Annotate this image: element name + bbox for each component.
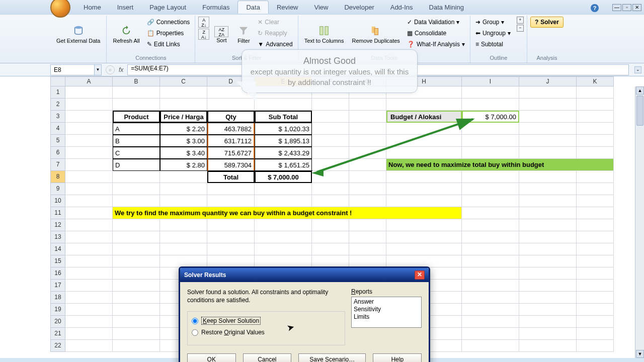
cell[interactable] bbox=[65, 171, 113, 183]
cell[interactable] bbox=[349, 195, 386, 207]
cell[interactable] bbox=[349, 159, 386, 171]
cell[interactable] bbox=[577, 328, 614, 340]
properties-button[interactable]: 📋Properties bbox=[145, 28, 192, 39]
cell[interactable] bbox=[462, 171, 519, 183]
cell[interactable] bbox=[577, 195, 614, 207]
cell[interactable] bbox=[255, 183, 312, 195]
sort-asc-button[interactable]: AZ↓ bbox=[198, 17, 209, 28]
cell[interactable] bbox=[113, 255, 160, 267]
cell[interactable] bbox=[386, 171, 462, 183]
cell[interactable] bbox=[349, 147, 386, 159]
cell[interactable] bbox=[312, 183, 349, 195]
column-header-K[interactable]: K bbox=[577, 76, 614, 86]
cell[interactable] bbox=[577, 292, 614, 304]
cell[interactable] bbox=[207, 243, 255, 255]
cell[interactable] bbox=[349, 243, 386, 255]
cell[interactable] bbox=[349, 111, 386, 123]
note-green[interactable]: Now, we need to maximize total buy withi… bbox=[386, 159, 614, 171]
report-option[interactable]: Answer bbox=[354, 298, 419, 306]
cell[interactable] bbox=[519, 86, 577, 99]
cell[interactable] bbox=[386, 99, 462, 111]
cell[interactable] bbox=[65, 267, 113, 280]
sort-button[interactable]: AZZA Sort bbox=[211, 17, 231, 53]
scrollbar-thumb[interactable] bbox=[636, 96, 643, 126]
cell[interactable] bbox=[113, 340, 160, 352]
cell[interactable] bbox=[519, 316, 577, 328]
table-cell[interactable]: $ 2.80 bbox=[160, 159, 207, 171]
cell[interactable] bbox=[519, 207, 577, 219]
cancel-button[interactable]: Cancel bbox=[243, 353, 292, 362]
cell[interactable] bbox=[462, 86, 519, 99]
cell[interactable] bbox=[349, 171, 386, 183]
table-cell[interactable]: $ 1,895.13 bbox=[255, 135, 312, 147]
total-label[interactable]: Total bbox=[207, 171, 255, 183]
cancel-formula-button[interactable]: ○ bbox=[106, 65, 115, 74]
cell[interactable] bbox=[462, 280, 519, 292]
ungroup-button[interactable]: ⬅Ungroup ▾ bbox=[473, 28, 513, 39]
cell[interactable] bbox=[312, 219, 349, 231]
cell[interactable] bbox=[462, 255, 519, 267]
cell[interactable] bbox=[462, 147, 519, 159]
cell[interactable] bbox=[519, 147, 577, 159]
cell[interactable] bbox=[462, 123, 519, 135]
cell[interactable] bbox=[577, 147, 614, 159]
expand-formula-button[interactable]: ⌄ bbox=[634, 66, 641, 73]
report-option[interactable]: Limits bbox=[354, 313, 419, 321]
row-header-22[interactable]: 22 bbox=[50, 340, 65, 352]
cell[interactable] bbox=[255, 231, 312, 243]
cell[interactable] bbox=[462, 195, 519, 207]
cell[interactable] bbox=[113, 292, 160, 304]
cell[interactable] bbox=[519, 123, 577, 135]
hide-detail-button[interactable]: − bbox=[517, 25, 524, 32]
cell[interactable] bbox=[160, 99, 207, 111]
cell[interactable] bbox=[113, 219, 160, 231]
help-icon[interactable]: ? bbox=[591, 4, 599, 12]
cell[interactable] bbox=[312, 123, 349, 135]
row-header-5[interactable]: 5 bbox=[50, 135, 65, 147]
row-header-14[interactable]: 14 bbox=[50, 243, 65, 255]
cell[interactable] bbox=[312, 111, 349, 123]
cell[interactable] bbox=[160, 231, 207, 243]
report-option[interactable]: Sensitivity bbox=[354, 306, 419, 313]
cell[interactable] bbox=[65, 340, 113, 352]
consolidate-button[interactable]: ▦Consolidate bbox=[405, 28, 467, 39]
name-box-dropdown[interactable]: ▼ bbox=[95, 64, 102, 75]
cell[interactable] bbox=[312, 159, 349, 171]
cell[interactable] bbox=[160, 255, 207, 267]
cell[interactable] bbox=[577, 99, 614, 111]
cell[interactable] bbox=[386, 147, 462, 159]
cell[interactable] bbox=[577, 123, 614, 135]
cell[interactable] bbox=[519, 171, 577, 183]
cell[interactable] bbox=[386, 219, 462, 231]
cell[interactable] bbox=[462, 243, 519, 255]
row-header-13[interactable]: 13 bbox=[50, 231, 65, 243]
cell[interactable] bbox=[160, 243, 207, 255]
cell[interactable] bbox=[65, 280, 113, 292]
cell[interactable] bbox=[65, 304, 113, 316]
cell[interactable] bbox=[577, 219, 614, 231]
dialog-close-button[interactable]: ✕ bbox=[415, 270, 425, 280]
cell[interactable] bbox=[113, 267, 160, 280]
name-box[interactable]: E8 bbox=[50, 64, 95, 75]
remove-duplicates-button[interactable]: Remove Duplicates bbox=[349, 17, 403, 53]
cell[interactable] bbox=[577, 316, 614, 328]
dialog-titlebar[interactable]: Solver Results ✕ bbox=[180, 268, 429, 282]
row-header-19[interactable]: 19 bbox=[50, 304, 65, 316]
table-cell[interactable]: 631.7112 bbox=[207, 135, 255, 147]
cell[interactable] bbox=[312, 195, 349, 207]
restore-button[interactable]: ▫ bbox=[622, 4, 631, 11]
advanced-button[interactable]: ▼Advanced bbox=[256, 39, 294, 50]
ribbon-tab-page-layout[interactable]: Page Layout bbox=[141, 1, 194, 14]
cell[interactable] bbox=[312, 231, 349, 243]
cell[interactable] bbox=[577, 267, 614, 280]
ribbon-tab-add-ins[interactable]: Add-Ins bbox=[382, 1, 421, 14]
cell[interactable] bbox=[113, 99, 160, 111]
cell[interactable] bbox=[519, 183, 577, 195]
cell[interactable] bbox=[577, 183, 614, 195]
cell[interactable] bbox=[386, 243, 462, 255]
reapply-button[interactable]: ↻Reapply bbox=[256, 28, 294, 39]
cell[interactable] bbox=[519, 267, 577, 280]
minimize-button[interactable]: — bbox=[612, 4, 621, 11]
cell[interactable] bbox=[312, 135, 349, 147]
cell[interactable] bbox=[519, 135, 577, 147]
